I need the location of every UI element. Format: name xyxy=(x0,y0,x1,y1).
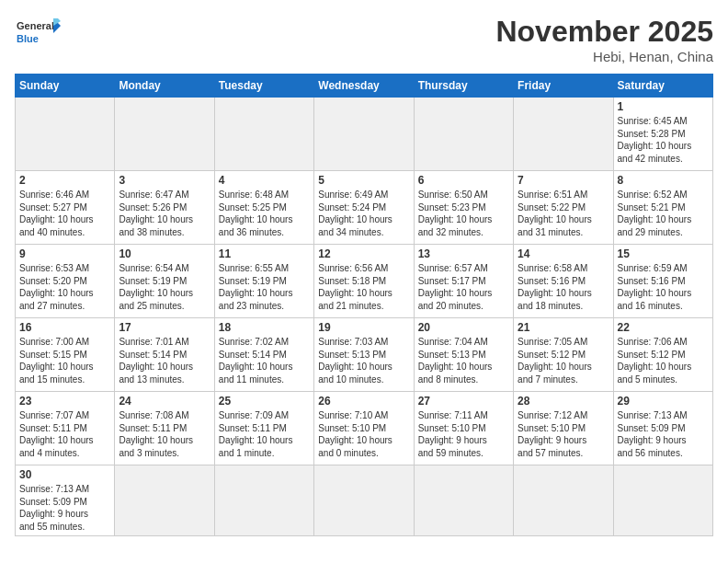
calendar-day-cell: 7Sunrise: 6:51 AM Sunset: 5:22 PM Daylig… xyxy=(514,171,613,245)
day-number: 27 xyxy=(418,395,509,408)
calendar-day-cell xyxy=(314,465,414,536)
month-title: November 2025 xyxy=(495,15,713,49)
weekday-header: Thursday xyxy=(414,75,513,98)
calendar-day-cell: 22Sunrise: 7:06 AM Sunset: 5:12 PM Dayli… xyxy=(613,318,712,392)
calendar-day-cell: 10Sunrise: 6:54 AM Sunset: 5:19 PM Dayli… xyxy=(115,245,214,318)
day-info: Sunrise: 7:09 AM Sunset: 5:11 PM Dayligh… xyxy=(219,409,310,459)
weekday-header-row: SundayMondayTuesdayWednesdayThursdayFrid… xyxy=(16,75,713,98)
day-info: Sunrise: 7:13 AM Sunset: 5:09 PM Dayligh… xyxy=(19,483,110,533)
day-info: Sunrise: 7:03 AM Sunset: 5:13 PM Dayligh… xyxy=(318,336,409,385)
day-number: 4 xyxy=(219,174,310,187)
calendar-day-cell xyxy=(514,465,613,536)
calendar-day-cell xyxy=(314,98,414,171)
day-info: Sunrise: 6:56 AM Sunset: 5:18 PM Dayligh… xyxy=(318,262,409,312)
day-info: Sunrise: 6:54 AM Sunset: 5:19 PM Dayligh… xyxy=(119,262,210,312)
logo: General Blue xyxy=(15,15,61,53)
day-info: Sunrise: 7:07 AM Sunset: 5:11 PM Dayligh… xyxy=(19,409,110,459)
day-number: 10 xyxy=(119,247,210,260)
calendar-day-cell: 15Sunrise: 6:59 AM Sunset: 5:16 PM Dayli… xyxy=(613,245,712,318)
day-info: Sunrise: 6:58 AM Sunset: 5:16 PM Dayligh… xyxy=(518,262,609,312)
day-info: Sunrise: 7:02 AM Sunset: 5:14 PM Dayligh… xyxy=(219,336,310,385)
day-number: 6 xyxy=(418,174,509,187)
calendar-day-cell: 20Sunrise: 7:04 AM Sunset: 5:13 PM Dayli… xyxy=(414,318,513,392)
day-number: 15 xyxy=(618,247,709,260)
calendar-week-row: 23Sunrise: 7:07 AM Sunset: 5:11 PM Dayli… xyxy=(16,392,713,465)
svg-text:General: General xyxy=(17,20,54,31)
calendar-day-cell: 17Sunrise: 7:01 AM Sunset: 5:14 PM Dayli… xyxy=(115,318,214,392)
day-info: Sunrise: 6:49 AM Sunset: 5:24 PM Dayligh… xyxy=(318,189,409,238)
title-block: November 2025 Hebi, Henan, China xyxy=(495,15,713,64)
calendar-day-cell xyxy=(115,98,214,171)
day-info: Sunrise: 6:53 AM Sunset: 5:20 PM Dayligh… xyxy=(19,262,110,312)
day-number: 7 xyxy=(518,174,609,187)
calendar-day-cell xyxy=(16,98,115,171)
day-number: 12 xyxy=(318,247,409,260)
day-number: 16 xyxy=(19,321,110,334)
day-number: 21 xyxy=(518,321,609,334)
calendar-day-cell: 4Sunrise: 6:48 AM Sunset: 5:25 PM Daylig… xyxy=(214,171,313,245)
day-info: Sunrise: 7:12 AM Sunset: 5:10 PM Dayligh… xyxy=(518,409,609,459)
day-info: Sunrise: 7:06 AM Sunset: 5:12 PM Dayligh… xyxy=(618,336,709,385)
day-info: Sunrise: 7:00 AM Sunset: 5:15 PM Dayligh… xyxy=(19,336,110,385)
calendar-day-cell: 8Sunrise: 6:52 AM Sunset: 5:21 PM Daylig… xyxy=(613,171,712,245)
calendar-day-cell xyxy=(514,98,613,171)
day-number: 18 xyxy=(219,321,310,334)
calendar-day-cell: 21Sunrise: 7:05 AM Sunset: 5:12 PM Dayli… xyxy=(514,318,613,392)
weekday-header: Monday xyxy=(115,75,214,98)
page-header: General Blue November 2025 Hebi, Henan, … xyxy=(15,15,713,64)
weekday-header: Wednesday xyxy=(314,75,414,98)
calendar-day-cell xyxy=(414,465,513,536)
day-number: 14 xyxy=(518,247,609,260)
day-number: 22 xyxy=(618,321,709,334)
calendar-day-cell: 3Sunrise: 6:47 AM Sunset: 5:26 PM Daylig… xyxy=(115,171,214,245)
calendar-day-cell: 26Sunrise: 7:10 AM Sunset: 5:10 PM Dayli… xyxy=(314,392,414,465)
calendar-day-cell: 13Sunrise: 6:57 AM Sunset: 5:17 PM Dayli… xyxy=(414,245,513,318)
day-number: 5 xyxy=(318,174,409,187)
calendar-day-cell: 30Sunrise: 7:13 AM Sunset: 5:09 PM Dayli… xyxy=(16,465,115,536)
day-info: Sunrise: 7:10 AM Sunset: 5:10 PM Dayligh… xyxy=(318,409,409,459)
day-number: 28 xyxy=(518,395,609,408)
day-number: 8 xyxy=(618,174,709,187)
day-info: Sunrise: 6:51 AM Sunset: 5:22 PM Dayligh… xyxy=(518,189,609,238)
day-number: 3 xyxy=(119,174,210,187)
day-info: Sunrise: 7:13 AM Sunset: 5:09 PM Dayligh… xyxy=(618,409,709,459)
weekday-header: Tuesday xyxy=(214,75,313,98)
day-number: 11 xyxy=(219,247,310,260)
calendar-day-cell: 18Sunrise: 7:02 AM Sunset: 5:14 PM Dayli… xyxy=(214,318,313,392)
calendar-day-cell: 1Sunrise: 6:45 AM Sunset: 5:28 PM Daylig… xyxy=(613,98,712,171)
day-number: 24 xyxy=(119,395,210,408)
calendar-day-cell: 19Sunrise: 7:03 AM Sunset: 5:13 PM Dayli… xyxy=(314,318,414,392)
calendar-week-row: 9Sunrise: 6:53 AM Sunset: 5:20 PM Daylig… xyxy=(16,245,713,318)
calendar-day-cell xyxy=(115,465,214,536)
day-info: Sunrise: 7:08 AM Sunset: 5:11 PM Dayligh… xyxy=(119,409,210,459)
calendar-week-row: 2Sunrise: 6:46 AM Sunset: 5:27 PM Daylig… xyxy=(16,171,713,245)
calendar-day-cell xyxy=(214,98,313,171)
svg-text:Blue: Blue xyxy=(17,33,39,44)
calendar-week-row: 30Sunrise: 7:13 AM Sunset: 5:09 PM Dayli… xyxy=(16,465,713,536)
calendar-day-cell: 16Sunrise: 7:00 AM Sunset: 5:15 PM Dayli… xyxy=(16,318,115,392)
day-number: 9 xyxy=(19,247,110,260)
calendar-day-cell: 29Sunrise: 7:13 AM Sunset: 5:09 PM Dayli… xyxy=(613,392,712,465)
calendar-day-cell: 11Sunrise: 6:55 AM Sunset: 5:19 PM Dayli… xyxy=(214,245,313,318)
day-info: Sunrise: 6:50 AM Sunset: 5:23 PM Dayligh… xyxy=(418,189,509,238)
weekday-header: Friday xyxy=(514,75,613,98)
calendar-day-cell: 6Sunrise: 6:50 AM Sunset: 5:23 PM Daylig… xyxy=(414,171,513,245)
day-number: 13 xyxy=(418,247,509,260)
calendar-day-cell: 25Sunrise: 7:09 AM Sunset: 5:11 PM Dayli… xyxy=(214,392,313,465)
day-number: 25 xyxy=(219,395,310,408)
calendar-day-cell xyxy=(214,465,313,536)
calendar-day-cell: 5Sunrise: 6:49 AM Sunset: 5:24 PM Daylig… xyxy=(314,171,414,245)
day-info: Sunrise: 6:47 AM Sunset: 5:26 PM Dayligh… xyxy=(119,189,210,238)
day-info: Sunrise: 6:48 AM Sunset: 5:25 PM Dayligh… xyxy=(219,189,310,238)
day-number: 30 xyxy=(19,468,110,481)
day-info: Sunrise: 6:52 AM Sunset: 5:21 PM Dayligh… xyxy=(618,189,709,238)
day-info: Sunrise: 6:45 AM Sunset: 5:28 PM Dayligh… xyxy=(618,115,709,165)
calendar-day-cell: 2Sunrise: 6:46 AM Sunset: 5:27 PM Daylig… xyxy=(16,171,115,245)
day-number: 2 xyxy=(19,174,110,187)
calendar-day-cell: 9Sunrise: 6:53 AM Sunset: 5:20 PM Daylig… xyxy=(16,245,115,318)
day-number: 23 xyxy=(19,395,110,408)
calendar-day-cell xyxy=(414,98,513,171)
weekday-header: Saturday xyxy=(613,75,712,98)
calendar-day-cell: 14Sunrise: 6:58 AM Sunset: 5:16 PM Dayli… xyxy=(514,245,613,318)
day-number: 20 xyxy=(418,321,509,334)
